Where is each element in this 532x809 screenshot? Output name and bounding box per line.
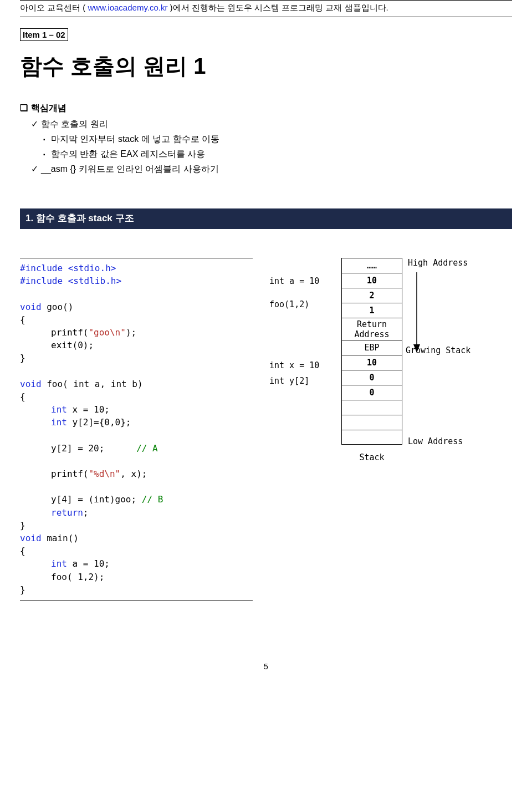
code-text: foo( int a, int b) (42, 379, 143, 389)
concept-item: ✓__asm {} 키워드로 인라인 어셈블리 사용하기 (31, 164, 512, 175)
stack-cell: …… (341, 258, 402, 273)
concept-sub-text: 함수의 반환 값은 EAX 레지스터를 사용 (51, 149, 205, 159)
code-text: { (20, 390, 253, 403)
stack-cell-empty (341, 430, 402, 445)
stack-arrow-column: High Address Growing Stack Low Address (408, 258, 480, 355)
code-kw: int (51, 404, 67, 415)
code-kw: int (51, 558, 67, 569)
code-comment: // A (136, 443, 158, 454)
code-text: printf( (51, 327, 88, 338)
code-text: y[2] = 20; (51, 443, 104, 454)
code-text: a = 10; (67, 558, 110, 569)
stack-cell: ReturnAddress (341, 318, 402, 340)
code-kw: void (20, 533, 42, 543)
concept-text: __asm {} 키워드로 인라인 어셈블리 사용하기 (41, 164, 219, 174)
stack-cell: 0 (341, 370, 402, 385)
bullet-icon: ▪ (43, 136, 51, 143)
code-text: main() (42, 533, 79, 543)
concept-sub-item: ▪마지막 인자부터 stack 에 넣고 함수로 이동 (43, 134, 512, 145)
code-text: exit(0); (20, 339, 253, 352)
stack-label: int x = 10 (269, 358, 336, 373)
code-text: } (20, 583, 253, 596)
stack-cell: EBP (341, 340, 402, 355)
stack-cell-empty (341, 400, 402, 415)
stack-cell: 1 (341, 303, 402, 318)
code-text: } (20, 352, 253, 364)
code-text: x = 10; (67, 404, 110, 415)
bullet-icon: ▪ (43, 151, 51, 157)
header-suffix: )에서 진행하는 윈도우 시스템 프로그래밍 교재 샘플입니다. (167, 3, 388, 12)
header-link[interactable]: www.ioacademy.co.kr (88, 3, 168, 12)
code-kw: void (20, 302, 42, 312)
square-bullet-icon: ❏ (20, 103, 31, 113)
code-text: { (20, 313, 253, 326)
header-note: 아이오 교육센터 ( www.ioacademy.co.kr )에서 진행하는 … (20, 1, 512, 17)
stack-cell: 10 (341, 273, 402, 288)
stack-column: …… 10 2 1 ReturnAddress EBP 10 0 0 Stack (341, 258, 402, 462)
code-header: <stdio.h> (68, 263, 116, 273)
code-text: goo() (42, 302, 74, 312)
code-text: foo( 1,2); (20, 571, 253, 583)
code-text: ; (83, 507, 89, 518)
code-text: { (20, 545, 253, 557)
concept-sub-text: 마지막 인자부터 stack 에 넣고 함수로 이동 (51, 134, 219, 144)
stack-diagram: int a = 10 foo(1,2) int x = 10 int y[2] … (269, 258, 512, 462)
concept-item: ✓함수 호출의 원리 (31, 119, 512, 130)
check-icon: ✓ (31, 164, 41, 174)
growing-stack-label: Growing Stack (406, 345, 470, 355)
arrow-down-icon (411, 272, 422, 355)
stack-cell: 2 (341, 288, 402, 303)
page-title: 함수 호출의 원리 1 (20, 51, 512, 82)
code-text: ); (126, 327, 136, 338)
code-kw: return (51, 507, 83, 518)
key-concepts: ❏핵심개념 ✓함수 호출의 원리 ▪마지막 인자부터 stack 에 넣고 함수… (20, 103, 512, 175)
high-address-label: High Address (408, 258, 468, 268)
concepts-heading-text: 핵심개념 (31, 103, 66, 113)
code-text: } (20, 519, 253, 532)
page-number: 5 (20, 662, 512, 671)
concepts-heading: ❏핵심개념 (20, 103, 512, 114)
code-text: y[2]={0,0}; (67, 417, 131, 428)
code-text: printf( (51, 469, 88, 479)
concept-sub-item: ▪함수의 반환 값은 EAX 레지스터를 사용 (43, 149, 512, 160)
stack-label: int a = 10 (269, 273, 336, 289)
concept-text: 함수 호출의 원리 (41, 119, 108, 129)
item-tag: Item 1 – 02 (20, 28, 68, 41)
code-string: "goo\n" (88, 327, 125, 338)
code-kw: int (51, 417, 67, 428)
code-text: y[4] = (int)goo; (51, 494, 142, 505)
code-kw: #include (20, 263, 68, 273)
stack-cell-text: ReturnAddress (354, 319, 389, 339)
stack-cell-empty (341, 415, 402, 430)
code-kw: void (20, 379, 42, 389)
stack-left-labels: int a = 10 foo(1,2) int x = 10 int y[2] (269, 258, 336, 435)
stack-label: foo(1,2) (269, 297, 336, 312)
code-text: , x); (120, 469, 147, 479)
stack-cell: 10 (341, 355, 402, 370)
code-header: <stdlib.h> (68, 276, 121, 286)
code-kw: #include (20, 276, 68, 286)
code-string: "%d\n" (88, 469, 120, 479)
low-address-label: Low Address (408, 436, 463, 446)
stack-label: int y[2] (269, 373, 336, 389)
code-listing: #include <stdio.h> #include <stdlib.h> v… (20, 258, 253, 601)
code-comment: // B (142, 494, 163, 505)
section-heading-bar: 1. 함수 호출과 stack 구조 (20, 208, 512, 229)
check-icon: ✓ (31, 119, 41, 129)
stack-caption: Stack (341, 452, 402, 462)
stack-cell: 0 (341, 385, 402, 400)
header-prefix: 아이오 교육센터 ( (20, 3, 88, 12)
